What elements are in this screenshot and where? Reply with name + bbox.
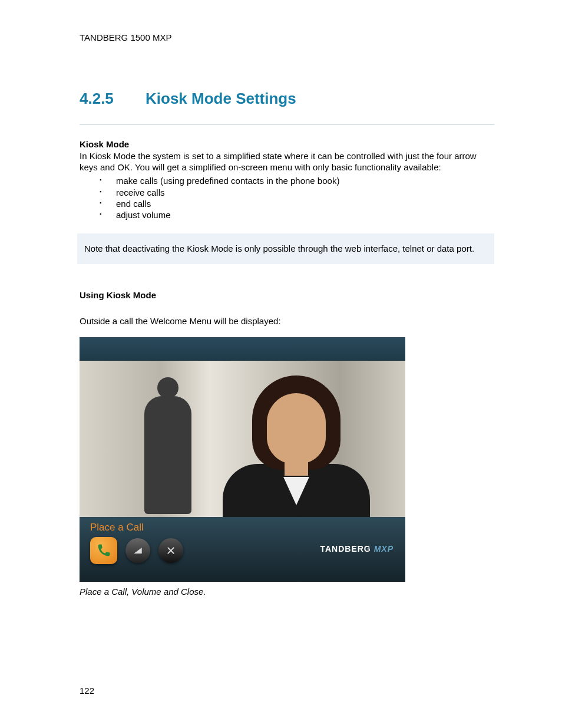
icon-row [90, 537, 183, 564]
divider [80, 124, 494, 125]
using-kiosk-intro: Outside a call the Welcome Menu will be … [80, 315, 494, 327]
kiosk-mode-heading: Kiosk Mode [80, 139, 494, 149]
close-icon [158, 538, 183, 563]
note-box: Note that deactivating the Kiosk Mode is… [77, 233, 494, 264]
brand-suffix: MXP [374, 544, 394, 554]
place-call-label: Place a Call [90, 522, 144, 533]
spacer [80, 329, 494, 337]
list-item: adjust volume [100, 209, 494, 220]
list-item: end calls [100, 198, 494, 209]
section-number: 4.2.5 [80, 90, 146, 108]
list-item: make calls (using predefined contacts in… [100, 175, 494, 186]
page-number: 122 [80, 686, 94, 696]
background-person [144, 377, 191, 517]
screenshot-bottombar: Place a Call TANDBERG MXP [80, 517, 405, 582]
kiosk-bullet-list: make calls (using predefined contacts in… [80, 175, 494, 220]
figure-caption: Place a Call, Volume and Close. [80, 587, 494, 597]
spacer [80, 301, 494, 315]
brand-logo: TANDBERG MXP [320, 544, 394, 554]
using-kiosk-heading: Using Kiosk Mode [80, 290, 494, 300]
brand-name: TANDBERG [320, 544, 371, 554]
section-title: Kiosk Mode Settings [146, 90, 296, 107]
section-heading: 4.2.5Kiosk Mode Settings [80, 90, 494, 108]
page-header: TANDBERG 1500 MXP [80, 32, 494, 42]
foreground-person [223, 370, 370, 517]
document-page: TANDBERG 1500 MXP 4.2.5Kiosk Mode Settin… [0, 0, 562, 728]
kiosk-mode-description: In Kiosk Mode the system is set to a sim… [80, 150, 494, 173]
call-icon [90, 537, 117, 564]
volume-icon [125, 538, 150, 563]
welcome-menu-screenshot: Place a Call TANDBERG MXP [80, 337, 405, 582]
screenshot-topbar [80, 337, 405, 361]
screenshot-video-area [80, 361, 405, 517]
list-item: receive calls [100, 187, 494, 198]
